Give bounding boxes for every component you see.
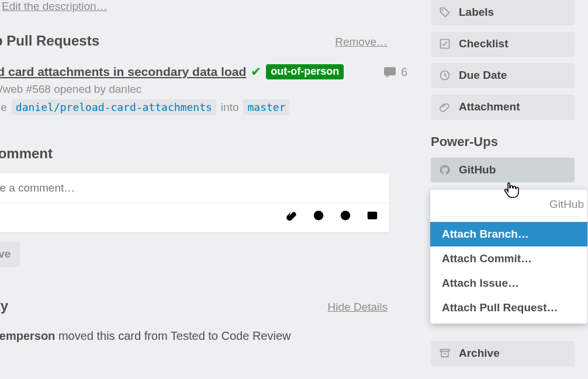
activity-text: moved this card from Tested to Code Revi… [55,329,290,342]
activity-heading: tivity [0,298,8,314]
paperclip-icon [439,101,451,113]
powerups-heading: Power-Ups [431,134,588,149]
popover-item-attach-pull-request[interactable]: Attach Pull Request… [430,295,587,320]
attachment-button[interactable]: Attachment [431,95,575,119]
github-label: GitHub [459,164,496,176]
due-date-label: Due Date [459,69,507,82]
hide-details-link[interactable]: Hide Details [328,301,388,314]
status-badge: out-of-person [266,64,344,79]
popover-item-attach-issue[interactable]: Attach Issue… [430,271,587,295]
popover-item-attach-commit[interactable]: Attach Commit… [430,246,587,271]
activity-actor: ris Temperson [0,329,55,342]
activity-entry: ris Temperson moved this card from Teste… [0,329,411,343]
mention-icon[interactable] [312,209,325,224]
labels-label: Labels [459,6,494,19]
attachment-label: Attachment [459,100,520,113]
check-icon: ✔ [251,64,261,79]
svg-point-1 [317,214,320,217]
pull-request-item: Load card attachments in secondary data … [0,64,411,115]
comment-count[interactable]: 6 [383,65,407,79]
pull-request-merge-line: merge daniel/preload-card-attachments in… [0,99,411,115]
pull-request-title-link[interactable]: Load card attachments in secondary data … [0,65,246,79]
github-powerup-button[interactable]: GitHub [431,158,575,182]
svg-point-7 [442,9,444,11]
archive-label: Archive [459,347,500,360]
archive-button[interactable]: Archive [431,341,575,366]
source-branch-chip[interactable]: daniel/preload-card-attachments [12,99,216,115]
add-comment-heading: d Comment [0,145,411,162]
svg-rect-5 [368,212,378,220]
svg-point-3 [343,214,344,215]
tag-icon [439,6,451,18]
comment-toolbar [0,203,389,232]
popover-item-attach-branch[interactable]: Attach Branch… [430,222,587,246]
pull-request-row: Load card attachments in secondary data … [0,64,411,79]
pull-request-meta: trello/web #568 opened by danlec [0,83,411,96]
clock-icon [439,69,451,81]
github-popover: GitHub Attach Branch… Attach Commit… Att… [430,190,587,324]
edit-description-link[interactable]: Edit the description… [2,0,108,13]
comment-box [0,173,389,232]
popover-title: GitHub [430,190,587,217]
pull-requests-header: Hub Pull Requests Remove… [0,33,411,49]
comment-count-value: 6 [401,65,407,79]
comment-input[interactable] [0,182,389,203]
labels-button[interactable]: Labels [431,0,575,25]
archive-icon [439,347,451,359]
card-icon[interactable] [366,209,379,224]
target-branch-chip[interactable]: master [243,99,289,115]
svg-point-4 [347,214,348,215]
svg-rect-10 [441,349,449,351]
checklist-button[interactable]: Checklist [431,32,575,56]
github-icon [439,164,451,176]
divider [438,217,579,217]
emoji-icon[interactable] [339,209,352,224]
attachment-icon[interactable] [285,209,298,224]
checklist-icon [439,38,451,50]
pull-requests-title: Hub Pull Requests [0,33,99,49]
save-comment-button[interactable]: Save [0,242,20,266]
checklist-label: Checklist [459,37,508,50]
activity-header: tivity Hide Details [0,298,411,314]
svg-point-2 [341,211,351,221]
due-date-button[interactable]: Due Date [431,63,575,88]
comment-icon [383,65,397,79]
remove-pull-requests-link[interactable]: Remove… [335,36,388,48]
